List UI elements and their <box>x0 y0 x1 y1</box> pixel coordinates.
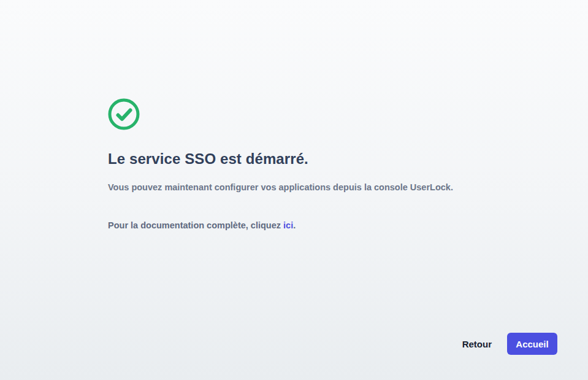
footer-actions: Retour Accueil <box>462 333 557 355</box>
check-circle-icon <box>108 98 140 130</box>
docs-prefix-text: Pour la documentation complète, cliquez <box>108 220 281 230</box>
docs-link[interactable]: ici <box>283 220 293 230</box>
page-title: Le service SSO est démarré. <box>108 150 476 168</box>
docs-period: . <box>293 220 296 230</box>
subtitle-text: Vous pouvez maintenant configurer vos ap… <box>108 181 476 193</box>
back-button[interactable]: Retour <box>462 339 492 349</box>
main-content: Le service SSO est démarré. Vous pouvez … <box>108 98 476 231</box>
home-button[interactable]: Accueil <box>507 333 557 355</box>
docs-line: Pour la documentation complète, cliquezi… <box>108 219 476 231</box>
sso-success-page: Le service SSO est démarré. Vous pouvez … <box>0 0 588 380</box>
